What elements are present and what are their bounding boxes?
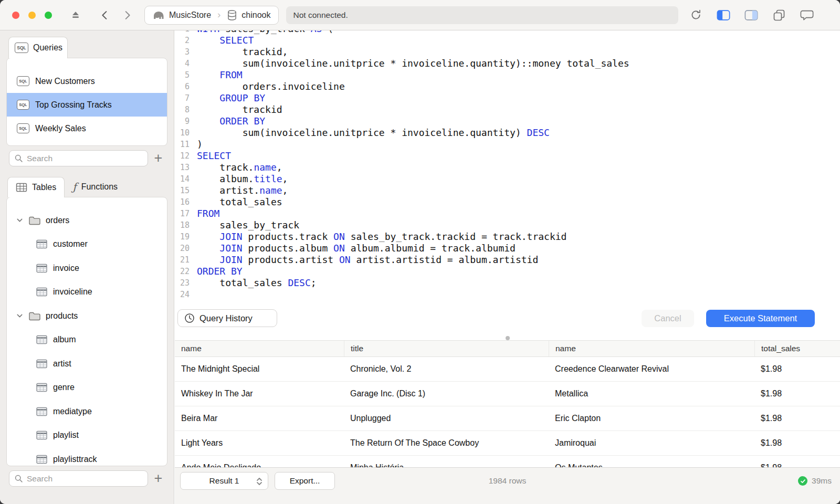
tree-folder-row[interactable]: orders: [7, 208, 167, 233]
feedback-button[interactable]: [800, 8, 814, 22]
table-cell[interactable]: $1.98: [754, 382, 840, 406]
zoom-window-button[interactable]: [45, 12, 52, 19]
column-header[interactable]: name: [549, 341, 754, 356]
table-cell[interactable]: Jamiroquai: [549, 431, 754, 455]
table-row[interactable]: Beira MarUnpluggedEric Clapton$1.98: [175, 406, 840, 431]
close-window-button[interactable]: [12, 12, 19, 19]
minimize-window-button[interactable]: [28, 12, 36, 19]
tree-table-label: customer: [53, 239, 88, 249]
line-content: track.name,: [197, 162, 282, 173]
tree-table-row[interactable]: invoiceline: [7, 280, 167, 304]
line-number: 9: [175, 116, 190, 127]
disclosure-chevron-down-icon[interactable]: [16, 312, 24, 320]
tree-table-row[interactable]: invoice: [7, 256, 167, 280]
windows-button[interactable]: [772, 8, 786, 22]
connection-status: Not connected.: [286, 6, 678, 24]
tree-table-row[interactable]: playlist: [7, 424, 167, 448]
table-cell[interactable]: Metallica: [549, 382, 754, 406]
reload-button[interactable]: [689, 8, 702, 22]
cancel-button[interactable]: Cancel: [642, 310, 694, 327]
results-resize-divider[interactable]: [175, 336, 840, 340]
tree-table-row[interactable]: customer: [7, 233, 167, 257]
tree-table-row[interactable]: mediatype: [7, 400, 167, 424]
table-cell[interactable]: $1.98: [754, 456, 840, 467]
toggle-right-sidebar-button[interactable]: [744, 8, 758, 22]
breadcrumb-database[interactable]: chinook: [227, 9, 270, 21]
forward-button[interactable]: [120, 8, 134, 22]
breadcrumb-server-label: MusicStore: [169, 10, 211, 20]
query-history-button[interactable]: Query History: [177, 309, 277, 327]
add-query-button[interactable]: +: [148, 150, 169, 166]
table-cell[interactable]: The Midnight Special: [175, 357, 344, 381]
disclosure-chevron-down-icon[interactable]: [16, 216, 24, 224]
table-cell[interactable]: The Return Of The Space Cowboy: [344, 431, 549, 455]
export-button[interactable]: Export...: [275, 472, 335, 490]
search-icon: [14, 474, 23, 483]
database-icon: [227, 9, 237, 21]
table-cell[interactable]: Light Years: [175, 431, 344, 455]
line-number: 24: [175, 289, 190, 300]
tree-table-row[interactable]: genre: [7, 376, 167, 400]
table-row[interactable]: Light YearsThe Return Of The Space Cowbo…: [175, 431, 840, 456]
line-number: 19: [175, 231, 190, 243]
line-number: 12: [175, 150, 190, 162]
app-window: MusicStore › chinook Not connected.: [0, 0, 840, 504]
table-row[interactable]: Ando Meio DesligadoMinha HistóriaOs Muta…: [175, 456, 840, 467]
column-header[interactable]: name: [175, 341, 344, 356]
tree-table-row[interactable]: album: [7, 328, 167, 352]
column-header[interactable]: total_sales: [754, 341, 840, 356]
sidebar-query-item[interactable]: SQL Weekly Sales: [7, 117, 167, 140]
table-row[interactable]: Whiskey In The JarGarage Inc. (Disc 1)Me…: [175, 382, 840, 406]
code-line: 20 JOIN products.album ON album.albumid …: [175, 243, 840, 254]
titlebar: MusicStore › chinook Not connected.: [0, 0, 840, 30]
eject-disconnect-button[interactable]: [69, 8, 82, 22]
table-cell[interactable]: $1.98: [754, 406, 840, 430]
table-cell[interactable]: Ando Meio Desligado: [175, 456, 344, 467]
breadcrumb-server[interactable]: MusicStore: [152, 9, 211, 21]
table-cell[interactable]: Garage Inc. (Disc 1): [344, 382, 549, 406]
line-content: trackid: [197, 104, 282, 116]
code-line: 16 total_sales: [175, 196, 840, 208]
tree-table-label: genre: [53, 383, 75, 392]
line-number: 4: [175, 58, 190, 69]
query-item-label: Top Grossing Tracks: [35, 100, 112, 110]
line-number: 20: [175, 243, 190, 254]
line-content: JOIN products.artist ON artist.artistid …: [197, 254, 538, 266]
tree-table-row[interactable]: playlisttrack: [7, 447, 167, 466]
table-cell[interactable]: Minha História: [344, 456, 549, 467]
table-cell[interactable]: Eric Clapton: [549, 406, 754, 430]
table-cell[interactable]: Unplugged: [344, 406, 549, 430]
sidebar-query-item[interactable]: SQL New Customers: [7, 69, 167, 93]
line-number: 17: [175, 208, 190, 219]
tab-tables[interactable]: Tables: [7, 177, 65, 197]
add-table-button[interactable]: +: [148, 470, 169, 487]
table-cell[interactable]: Whiskey In The Jar: [175, 382, 344, 406]
tables-search-input[interactable]: Search: [9, 470, 148, 487]
line-number: 3: [175, 46, 190, 58]
back-button[interactable]: [98, 8, 112, 22]
execute-statement-button[interactable]: Execute Statement: [706, 310, 815, 327]
sidebar-query-item[interactable]: SQL Top Grossing Tracks: [7, 93, 167, 117]
tree-table-row[interactable]: artist: [7, 352, 167, 376]
table-cell[interactable]: Chronicle, Vol. 2: [344, 357, 549, 381]
table-cell[interactable]: Creedence Clearwater Revival: [549, 357, 754, 381]
table-row[interactable]: The Midnight SpecialChronicle, Vol. 2Cre…: [175, 357, 840, 382]
table-cell[interactable]: Os Mutantes: [549, 456, 754, 467]
code-line: 5 FROM: [175, 69, 840, 81]
table-cell[interactable]: $1.98: [754, 431, 840, 455]
result-selector[interactable]: Result 1: [180, 472, 268, 490]
tree-folder-row[interactable]: products: [7, 304, 167, 328]
results-header: nametitlenametotal_sales: [175, 340, 840, 357]
table-cell[interactable]: Beira Mar: [175, 406, 344, 430]
eject-icon: [70, 9, 81, 21]
toggle-left-sidebar-button[interactable]: [717, 8, 730, 22]
tab-functions[interactable]: ƒ Functions: [65, 177, 125, 197]
resize-handle[interactable]: [506, 336, 510, 340]
queries-search-input[interactable]: Search: [9, 150, 148, 166]
sql-editor[interactable]: 1 WITH sales_by_track AS ( 2 SELECT 3 tr…: [175, 30, 840, 308]
table-grid-icon: [16, 183, 27, 192]
table-cell[interactable]: $1.98: [754, 357, 840, 381]
tab-tables-label: Tables: [32, 183, 56, 192]
tab-queries[interactable]: SQL Queries: [8, 37, 68, 58]
column-header[interactable]: title: [344, 341, 549, 356]
